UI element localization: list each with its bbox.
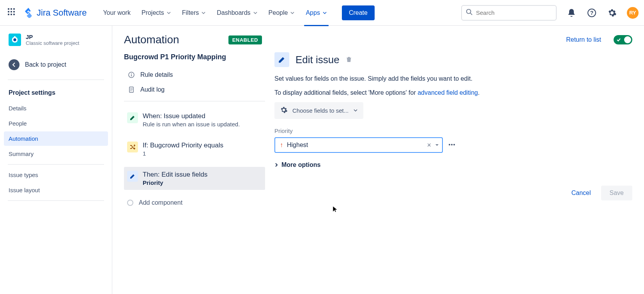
search-icon: [466, 9, 473, 17]
rule-name: Bugcrowd P1 Priority Mapping: [124, 53, 265, 61]
svg-point-11: [451, 144, 453, 145]
circle-icon: [127, 200, 133, 206]
sidebar-link-people[interactable]: People: [4, 116, 108, 131]
nav-projects[interactable]: Projects: [137, 6, 176, 19]
pencil-icon: [127, 112, 138, 123]
nav-your-work[interactable]: Your work: [98, 6, 135, 19]
create-button[interactable]: Create: [342, 5, 375, 20]
chevron-down-icon: [353, 107, 358, 114]
svg-rect-8: [131, 74, 132, 76]
delete-icon[interactable]: [346, 56, 352, 64]
nav-apps[interactable]: Apps: [301, 6, 331, 19]
chevron-down-icon: [201, 11, 206, 15]
app-switcher-icon[interactable]: [8, 8, 17, 18]
project-logo-icon: [9, 34, 21, 46]
audit-log-link[interactable]: Audit log: [124, 82, 265, 97]
divider: [124, 101, 265, 101]
svg-point-0: [467, 9, 471, 14]
add-component[interactable]: Add component: [124, 196, 265, 209]
nav-people[interactable]: People: [264, 6, 300, 19]
sidebar-link-summary[interactable]: Summary: [4, 147, 108, 161]
info-icon: [128, 71, 135, 78]
project-header[interactable]: JP Classic software project: [4, 34, 108, 53]
dropdown-caret-icon: [435, 142, 439, 148]
chevron-right-icon: [274, 161, 278, 168]
sidebar-link-issue-types[interactable]: Issue types: [4, 168, 108, 182]
priority-select[interactable]: ↑ Highest ×: [274, 137, 443, 153]
more-options-toggle[interactable]: More options: [274, 161, 632, 168]
sidebar-link-issue-layout[interactable]: Issue layout: [4, 183, 108, 197]
settings-icon[interactable]: [607, 7, 617, 18]
cancel-button[interactable]: Cancel: [566, 186, 596, 200]
svg-point-10: [449, 144, 450, 145]
return-to-list-link[interactable]: Return to list: [566, 36, 601, 43]
gear-icon: [280, 106, 288, 115]
enabled-toggle[interactable]: [614, 35, 632, 44]
jira-logo-icon: [23, 8, 34, 18]
rule-builder-column: Automation ENABLED Bugcrowd P1 Priority …: [124, 34, 265, 294]
back-arrow-icon: [9, 59, 19, 70]
divider: [8, 164, 104, 165]
rule-details-link[interactable]: Rule details: [124, 67, 265, 82]
brand-text: Jira Software: [37, 8, 87, 18]
save-button: Save: [601, 186, 632, 200]
advanced-editing-link[interactable]: advanced field editing: [418, 89, 478, 96]
svg-point-12: [453, 144, 455, 145]
project-name: JP: [26, 34, 79, 40]
action-node[interactable]: Then: Edit issue fields Priority: [124, 167, 265, 190]
search-box[interactable]: [461, 5, 557, 21]
chevron-down-icon: [322, 11, 327, 15]
sidebar: JP Classic software project Back to proj…: [0, 26, 112, 294]
edit-panel: Return to list Edit issue Set values for…: [274, 34, 632, 294]
sidebar-heading: Project settings: [4, 83, 108, 100]
priority-field-label: Priority: [274, 128, 632, 134]
chevron-down-icon: [166, 11, 171, 15]
shuffle-icon: [127, 142, 138, 152]
page-title: Automation: [124, 34, 179, 46]
back-to-project[interactable]: Back to project: [4, 53, 108, 76]
top-navigation: Jira Software Your work Projects Filters…: [0, 0, 644, 26]
field-more-menu-icon[interactable]: [448, 140, 456, 150]
sidebar-link-automation[interactable]: Automation: [4, 131, 108, 146]
project-subtitle: Classic software project: [26, 40, 79, 46]
enabled-badge: ENABLED: [228, 35, 262, 44]
priority-value: Highest: [287, 142, 423, 149]
choose-fields-dropdown[interactable]: Choose fields to set...: [274, 102, 363, 119]
svg-point-7: [131, 73, 132, 74]
search-input[interactable]: [476, 9, 552, 16]
panel-description-2: To display additional fields, select 'Mo…: [274, 88, 632, 97]
trigger-node[interactable]: When: Issue updated Rule is run when an …: [124, 108, 265, 131]
panel-description-1: Set values for fields on the issue. Simp…: [274, 74, 632, 83]
chevron-down-icon: [253, 11, 258, 15]
sidebar-link-details[interactable]: Details: [4, 101, 108, 115]
divider: [8, 200, 104, 201]
help-icon[interactable]: ?: [586, 7, 597, 18]
nav-items: Your work Projects Filters Dashboards Pe…: [98, 6, 332, 19]
panel-title: Edit issue: [295, 54, 340, 66]
svg-text:?: ?: [590, 10, 594, 16]
condition-node[interactable]: If: Bugcrowd Priority equals 1: [124, 138, 265, 161]
check-icon: [616, 37, 621, 43]
svg-point-4: [13, 38, 16, 41]
pencil-icon: [127, 171, 138, 182]
notifications-icon[interactable]: [566, 7, 577, 18]
nav-dashboards[interactable]: Dashboards: [212, 6, 262, 19]
chevron-down-icon: [290, 11, 295, 15]
pencil-icon: [274, 52, 289, 67]
svg-rect-5: [14, 36, 16, 37]
user-avatar[interactable]: RY: [627, 7, 639, 19]
document-icon: [128, 86, 135, 93]
nav-filters[interactable]: Filters: [177, 6, 211, 19]
brand-logo[interactable]: Jira Software: [23, 8, 87, 18]
divider: [8, 80, 104, 80]
clear-icon[interactable]: ×: [427, 141, 431, 149]
priority-highest-icon: ↑: [280, 142, 283, 149]
